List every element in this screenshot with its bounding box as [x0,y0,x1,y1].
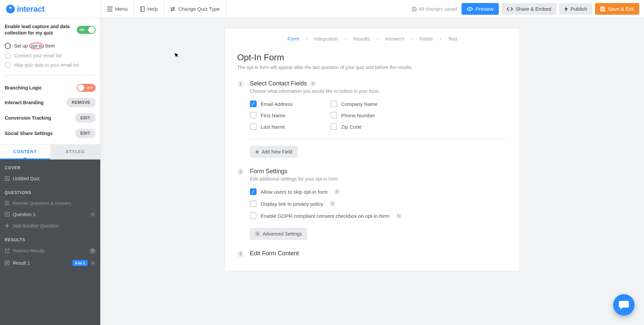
redirect-results[interactable]: Redirect Results ? [0,245,100,257]
save-exit-button[interactable]: Save & Exit [595,3,639,15]
topbar: interact Menu Help Change Quiz Type All … [0,0,644,18]
menu-label: Menu [115,6,128,12]
step-label: Map quiz data to your email list [14,62,79,68]
chevron-right-icon: › [306,36,308,42]
cover-item[interactable]: Untitled Quiz [0,173,100,184]
publish-button[interactable]: Publish [559,3,592,15]
lead-capture-toggle[interactable]: ON [77,26,96,34]
field-email[interactable]: ✓Email Address [250,101,317,107]
checkbox-icon[interactable] [250,200,257,207]
share-label: Share & Embed [516,6,551,12]
setting-gdpr[interactable]: Enable GDPR compliant consent checkbox o… [250,212,507,219]
advanced-label: Advanced Settings [263,231,302,237]
plus-icon [255,150,259,154]
help-button[interactable]: Help [134,0,164,18]
preview-button[interactable]: Preview [462,3,499,15]
bc-test[interactable]: Test [448,36,457,42]
remove-branding-button[interactable]: REMOVE [66,98,96,107]
section-number: 3 [237,251,244,257]
plus-square-icon [5,212,9,217]
svg-point-3 [92,214,94,215]
info-icon[interactable]: i [330,201,335,206]
bc-form[interactable]: Form [287,36,299,42]
add-field-button[interactable]: Add New Field [250,146,298,158]
change-type-label: Change Quiz Type [178,6,220,12]
share-embed-button[interactable]: Share & Embed [501,3,556,15]
svg-point-5 [92,262,94,264]
add-question[interactable]: Add Another Question [0,220,100,232]
checkbox-icon[interactable] [250,123,257,130]
field-zip[interactable]: Zip Code [330,123,397,130]
field-firstname[interactable]: First Name [250,112,317,119]
reorder-icon [5,201,9,205]
step-optin-form[interactable]: Set up opt-in form [5,41,96,51]
branching-label: Branching Logic [5,85,42,90]
gear-icon[interactable] [90,212,96,217]
page-title: Opt-In Form [237,52,507,63]
menu-button[interactable]: Menu [101,0,134,18]
info-icon[interactable]: i [334,189,340,194]
edit-conversion-button[interactable]: EDIT [75,113,96,123]
save-exit-label: Save & Exit [608,6,634,12]
chevron-right-icon: › [411,36,413,42]
tab-content[interactable]: CONTENT [0,145,50,159]
section-title: Select Contact Fields [250,80,307,87]
edit-social-button[interactable]: EDIT [75,129,96,138]
field-phone[interactable]: Phone Number [330,112,397,119]
step-ring-icon [5,62,11,68]
question-label: Question 1 [13,212,36,217]
logo-icon [6,5,15,13]
add-question-label: Add Another Question [13,223,59,229]
questions-heading: QUESTIONS [0,184,100,198]
checkbox-icon[interactable] [250,212,257,219]
tab-styles[interactable]: STYLES [50,145,101,159]
setting-skip[interactable]: ✓Allow users to skip opt-in formi [250,188,507,195]
setting-privacy[interactable]: Display link to privacy policyi [250,200,507,207]
reorder-label: Reorder Questions & Answers [13,201,71,206]
result-item[interactable]: Result 1 0 to 1 [0,257,100,269]
info-icon[interactable]: i [310,81,316,86]
question-item[interactable]: Question 1 [0,209,100,220]
section-number: 1 [237,81,244,87]
bc-answers[interactable]: Answers [385,36,405,42]
results-heading: RESULTS [0,232,100,245]
checkbox-icon[interactable] [250,112,257,119]
cover-heading: COVER [0,159,100,173]
step-map-data[interactable]: Map quiz data to your email list [5,60,96,70]
field-lastname[interactable]: Last Name [250,123,317,130]
step-connect-email[interactable]: Connect your email list [5,51,96,60]
publish-label: Publish [571,6,587,12]
reorder-questions[interactable]: Reorder Questions & Answers [0,198,100,209]
toggle-on-label: ON [79,28,84,31]
help-icon[interactable]: ? [90,248,96,254]
cursor-icon [174,52,180,58]
logo[interactable]: interact [0,4,101,14]
code-icon [507,7,513,11]
result-label: Result 1 [13,260,30,266]
bc-fields[interactable]: Fields [419,36,433,42]
branching-toggle[interactable]: OFF [77,84,96,92]
content-area: Form › Integration › Results › Answers ›… [101,18,644,325]
save-status: All changes saved [412,6,462,12]
chat-icon [619,300,629,310]
checkbox-icon[interactable] [330,123,337,130]
bolt-icon [565,6,568,12]
section-title: Edit Form Content [250,250,299,257]
bc-integration[interactable]: Integration [314,36,338,42]
branding-label: Interact Branding [5,100,44,105]
chevron-right-icon: › [439,36,441,42]
checkbox-icon[interactable]: ✓ [250,101,257,107]
gear-icon[interactable] [90,260,96,266]
help-label: Help [148,6,158,12]
chat-fab[interactable] [613,294,635,316]
advanced-settings-button[interactable]: Advanced Settings [250,228,307,240]
bc-results[interactable]: Results [353,36,370,42]
plus-icon [5,223,9,228]
change-type-button[interactable]: Change Quiz Type [164,0,226,18]
step-label: Connect your email list [14,53,62,58]
field-company[interactable]: Company Name [330,101,397,107]
checkbox-icon[interactable]: ✓ [250,188,257,195]
checkbox-icon[interactable] [330,112,337,119]
info-icon[interactable]: i [396,213,401,218]
checkbox-icon[interactable] [330,101,337,107]
